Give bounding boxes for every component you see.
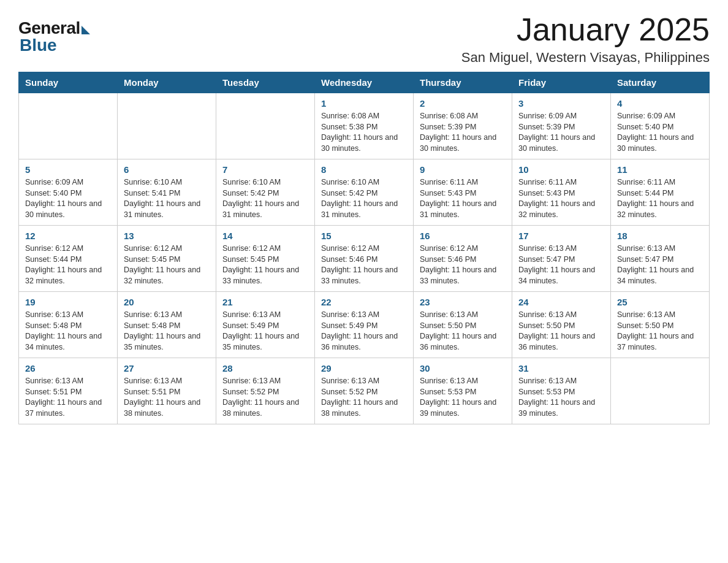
calendar-cell: 5Sunrise: 6:09 AMSunset: 5:40 PMDaylight… [19,159,118,226]
day-number: 10 [518,164,604,175]
calendar-cell: 18Sunrise: 6:13 AMSunset: 5:47 PMDayligh… [611,226,710,292]
day-number: 21 [222,297,308,307]
day-number: 1 [321,98,407,109]
calendar-cell: 22Sunrise: 6:13 AMSunset: 5:49 PMDayligh… [315,292,414,358]
day-number: 7 [222,164,308,175]
day-number: 25 [617,297,703,307]
day-detail: Sunrise: 6:10 AMSunset: 5:41 PMDaylight:… [124,177,210,220]
day-detail: Sunrise: 6:13 AMSunset: 5:47 PMDaylight:… [518,243,604,286]
day-detail: Sunrise: 6:12 AMSunset: 5:45 PMDaylight:… [222,243,308,286]
day-of-week-header: Saturday [611,72,710,93]
day-number: 5 [25,164,111,175]
day-of-week-header: Monday [118,72,216,93]
day-detail: Sunrise: 6:08 AMSunset: 5:38 PMDaylight:… [321,111,407,154]
calendar-cell: 21Sunrise: 6:13 AMSunset: 5:49 PMDayligh… [216,292,315,358]
day-detail: Sunrise: 6:13 AMSunset: 5:47 PMDaylight:… [617,243,703,286]
day-number: 13 [124,231,210,241]
day-number: 15 [321,231,407,241]
calendar-week-row: 26Sunrise: 6:13 AMSunset: 5:51 PMDayligh… [19,358,710,424]
day-number: 3 [518,98,604,109]
calendar-week-row: 5Sunrise: 6:09 AMSunset: 5:40 PMDaylight… [19,159,710,226]
day-number: 31 [518,363,604,373]
day-number: 22 [321,297,407,307]
day-detail: Sunrise: 6:12 AMSunset: 5:45 PMDaylight:… [124,243,210,286]
calendar-cell: 29Sunrise: 6:13 AMSunset: 5:52 PMDayligh… [315,358,414,424]
day-detail: Sunrise: 6:13 AMSunset: 5:51 PMDaylight:… [25,376,111,419]
calendar-cell: 31Sunrise: 6:13 AMSunset: 5:53 PMDayligh… [512,358,611,424]
day-detail: Sunrise: 6:12 AMSunset: 5:46 PMDaylight:… [420,243,506,286]
calendar-cell: 27Sunrise: 6:13 AMSunset: 5:51 PMDayligh… [118,358,216,424]
day-number: 6 [124,164,210,175]
day-of-week-header: Tuesday [216,72,315,93]
day-detail: Sunrise: 6:11 AMSunset: 5:44 PMDaylight:… [617,177,703,220]
day-detail: Sunrise: 6:13 AMSunset: 5:53 PMDaylight:… [420,376,506,419]
day-detail: Sunrise: 6:09 AMSunset: 5:40 PMDaylight:… [617,111,703,154]
calendar-cell: 30Sunrise: 6:13 AMSunset: 5:53 PMDayligh… [414,358,512,424]
calendar-cell [118,93,216,159]
calendar-cell: 16Sunrise: 6:12 AMSunset: 5:46 PMDayligh… [414,226,512,292]
calendar-cell: 23Sunrise: 6:13 AMSunset: 5:50 PMDayligh… [414,292,512,358]
calendar-cell: 8Sunrise: 6:10 AMSunset: 5:42 PMDaylight… [315,159,414,226]
calendar-cell: 11Sunrise: 6:11 AMSunset: 5:44 PMDayligh… [611,159,710,226]
calendar-week-row: 19Sunrise: 6:13 AMSunset: 5:48 PMDayligh… [19,292,710,358]
logo-blue-text: Blue [20,36,57,55]
day-number: 29 [321,363,407,373]
day-detail: Sunrise: 6:13 AMSunset: 5:51 PMDaylight:… [124,376,210,419]
day-number: 28 [222,363,308,373]
calendar-cell: 26Sunrise: 6:13 AMSunset: 5:51 PMDayligh… [19,358,118,424]
calendar-table: SundayMondayTuesdayWednesdayThursdayFrid… [18,72,710,424]
day-detail: Sunrise: 6:13 AMSunset: 5:52 PMDaylight:… [321,376,407,419]
day-detail: Sunrise: 6:13 AMSunset: 5:52 PMDaylight:… [222,376,308,419]
calendar-cell: 9Sunrise: 6:11 AMSunset: 5:43 PMDaylight… [414,159,512,226]
title-block: January 2025 San Miguel, Western Visayas… [461,12,710,66]
month-title: January 2025 [461,12,710,47]
calendar-cell: 24Sunrise: 6:13 AMSunset: 5:50 PMDayligh… [512,292,611,358]
day-number: 16 [420,231,506,241]
day-of-week-header: Wednesday [315,72,414,93]
day-number: 2 [420,98,506,109]
calendar-cell: 14Sunrise: 6:12 AMSunset: 5:45 PMDayligh… [216,226,315,292]
calendar-cell: 20Sunrise: 6:13 AMSunset: 5:48 PMDayligh… [118,292,216,358]
day-detail: Sunrise: 6:10 AMSunset: 5:42 PMDaylight:… [222,177,308,220]
calendar-cell [19,93,118,159]
calendar-cell: 6Sunrise: 6:10 AMSunset: 5:41 PMDaylight… [118,159,216,226]
day-detail: Sunrise: 6:11 AMSunset: 5:43 PMDaylight:… [518,177,604,220]
day-detail: Sunrise: 6:13 AMSunset: 5:50 PMDaylight:… [617,310,703,353]
day-detail: Sunrise: 6:13 AMSunset: 5:48 PMDaylight:… [25,310,111,353]
calendar-cell [216,93,315,159]
day-detail: Sunrise: 6:08 AMSunset: 5:39 PMDaylight:… [420,111,506,154]
day-number: 26 [25,363,111,373]
day-detail: Sunrise: 6:10 AMSunset: 5:42 PMDaylight:… [321,177,407,220]
day-detail: Sunrise: 6:13 AMSunset: 5:53 PMDaylight:… [518,376,604,419]
day-number: 9 [420,164,506,175]
day-of-week-header: Sunday [19,72,118,93]
day-number: 18 [617,231,703,241]
day-number: 24 [518,297,604,307]
day-detail: Sunrise: 6:13 AMSunset: 5:48 PMDaylight:… [124,310,210,353]
day-detail: Sunrise: 6:12 AMSunset: 5:46 PMDaylight:… [321,243,407,286]
day-detail: Sunrise: 6:09 AMSunset: 5:39 PMDaylight:… [518,111,604,154]
day-of-week-header: Friday [512,72,611,93]
calendar-cell: 12Sunrise: 6:12 AMSunset: 5:44 PMDayligh… [19,226,118,292]
calendar-cell: 2Sunrise: 6:08 AMSunset: 5:39 PMDaylight… [414,93,512,159]
calendar-cell: 25Sunrise: 6:13 AMSunset: 5:50 PMDayligh… [611,292,710,358]
day-number: 17 [518,231,604,241]
day-number: 14 [222,231,308,241]
day-of-week-header: Thursday [414,72,512,93]
calendar-header-row: SundayMondayTuesdayWednesdayThursdayFrid… [19,72,710,93]
day-number: 20 [124,297,210,307]
header: General Blue January 2025 San Miguel, We… [18,12,710,66]
day-detail: Sunrise: 6:13 AMSunset: 5:50 PMDaylight:… [420,310,506,353]
day-detail: Sunrise: 6:12 AMSunset: 5:44 PMDaylight:… [25,243,111,286]
logo-arrow-icon [82,26,90,34]
day-number: 4 [617,98,703,109]
calendar-cell: 3Sunrise: 6:09 AMSunset: 5:39 PMDaylight… [512,93,611,159]
logo: General Blue [18,18,90,55]
calendar-cell: 13Sunrise: 6:12 AMSunset: 5:45 PMDayligh… [118,226,216,292]
calendar-cell: 17Sunrise: 6:13 AMSunset: 5:47 PMDayligh… [512,226,611,292]
calendar-cell: 19Sunrise: 6:13 AMSunset: 5:48 PMDayligh… [19,292,118,358]
day-detail: Sunrise: 6:13 AMSunset: 5:49 PMDaylight:… [321,310,407,353]
calendar-cell: 10Sunrise: 6:11 AMSunset: 5:43 PMDayligh… [512,159,611,226]
calendar-cell: 7Sunrise: 6:10 AMSunset: 5:42 PMDaylight… [216,159,315,226]
calendar-cell: 4Sunrise: 6:09 AMSunset: 5:40 PMDaylight… [611,93,710,159]
